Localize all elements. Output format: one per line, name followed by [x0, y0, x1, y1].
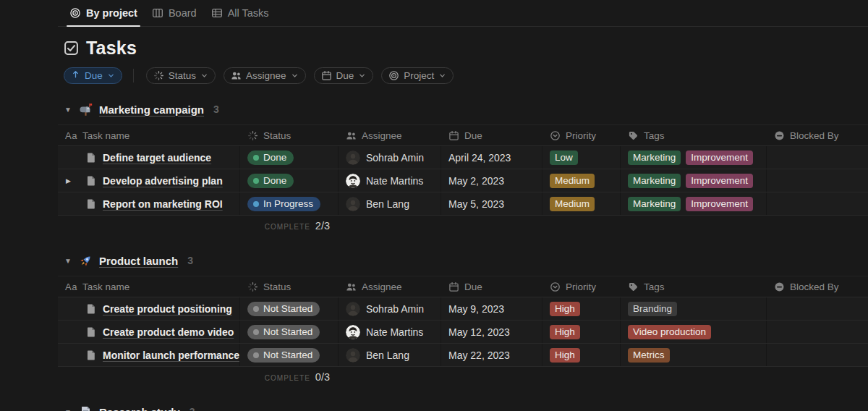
blocked-by-cell[interactable]	[767, 297, 868, 320]
column-header-assignee[interactable]: Assignee	[339, 125, 441, 145]
filter-project-button[interactable]: Project	[381, 67, 454, 84]
column-header-blocked-by[interactable]: Blocked By	[767, 276, 868, 297]
due-cell[interactable]: May 5, 2023	[441, 192, 542, 215]
column-header-task-name[interactable]: AaTask name	[58, 125, 240, 145]
tag-badge[interactable]: Marketing	[628, 151, 681, 165]
table-body: Define target audience Done Sohrab Amin …	[58, 146, 868, 216]
group-toggle-icon[interactable]: ▼	[64, 408, 72, 411]
status-badge[interactable]: Not Started	[247, 302, 320, 316]
tab-board[interactable]: Board	[146, 0, 203, 26]
page-icon	[85, 303, 97, 315]
task-title[interactable]: Monitor launch performance	[103, 349, 239, 361]
task-title[interactable]: Report on marketing ROI	[103, 198, 223, 210]
blocked-by-cell[interactable]	[767, 192, 868, 215]
assignee-name[interactable]: Ben Lang	[366, 198, 409, 210]
sort-due-button[interactable]: Due	[64, 67, 122, 84]
tag-badge[interactable]: Improvement	[686, 174, 753, 188]
due-cell[interactable]: May 12, 2023	[441, 321, 542, 343]
target-icon	[388, 70, 399, 81]
tag-badge[interactable]: Marketing	[628, 174, 681, 188]
group-title[interactable]: Product launch	[99, 255, 178, 267]
status-cell: Not Started	[240, 297, 339, 320]
status-badge[interactable]: Not Started	[247, 348, 320, 363]
filter-due-button[interactable]: Due	[314, 67, 374, 84]
column-label: Priority	[566, 130, 596, 141]
group-toggle-icon[interactable]: ▼	[64, 257, 72, 265]
tab-all-tasks[interactable]: All Tasks	[205, 0, 275, 26]
task-title[interactable]: Define target audience	[103, 152, 211, 164]
column-header-priority[interactable]: Priority	[542, 125, 621, 145]
due-cell[interactable]: May 9, 2023	[441, 297, 542, 320]
due-cell[interactable]: May 2, 2023	[441, 169, 542, 192]
tag-badge[interactable]: Video production	[628, 325, 711, 339]
group-research-study: ▼ Research study 3	[0, 402, 868, 411]
blocked-by-cell[interactable]	[767, 146, 868, 169]
group-title[interactable]: Marketing campaign	[99, 103, 204, 116]
assignee-cell: Sohrab Amin	[339, 146, 441, 169]
task-title[interactable]: Develop advertising plan	[103, 175, 223, 187]
assignee-name[interactable]: Nate Martins	[366, 326, 423, 338]
filter-assignee-button[interactable]: Assignee	[224, 67, 306, 84]
assignee-name[interactable]: Ben Lang	[366, 349, 409, 361]
expand-row-icon[interactable]: ▶	[66, 177, 71, 185]
blocked-by-cell[interactable]	[767, 321, 868, 343]
assignee-name[interactable]: Sohrab Amin	[366, 152, 424, 164]
tag-badge[interactable]: Marketing	[628, 197, 681, 211]
tab-by-project[interactable]: By project	[64, 0, 143, 26]
tags-cell: MarketingImprovement	[621, 192, 767, 215]
priority-badge[interactable]: Medium	[550, 174, 595, 188]
priority-badge[interactable]: Low	[550, 151, 578, 165]
filter-status-button[interactable]: Status	[146, 67, 216, 84]
task-title[interactable]: Create product demo video	[103, 326, 234, 338]
complete-summary[interactable]: Complete 0/3	[58, 371, 339, 383]
assignee-name[interactable]: Sohrab Amin	[366, 303, 424, 315]
page-icon	[85, 198, 97, 210]
group-count: 3	[190, 406, 195, 411]
page-icon	[85, 326, 97, 338]
page-icon	[85, 152, 97, 164]
arrow-up-icon	[71, 69, 80, 81]
priority-badge[interactable]: Medium	[550, 197, 595, 211]
blocked-by-cell[interactable]	[767, 344, 868, 366]
table-header-row: AaTask nameStatusAssigneeDuePriorityTags…	[58, 124, 868, 146]
status-cell: Not Started	[240, 321, 339, 343]
task-title[interactable]: Create product positioning	[103, 303, 232, 315]
complete-summary[interactable]: Complete 2/3	[58, 220, 339, 232]
column-header-tags[interactable]: Tags	[621, 125, 767, 145]
column-header-status[interactable]: Status	[240, 276, 339, 297]
status-dot-icon	[253, 306, 259, 312]
group-title[interactable]: Research study	[99, 406, 180, 411]
group-table: AaTask nameStatusAssigneeDuePriorityTags…	[58, 276, 868, 386]
column-label: Task name	[82, 130, 129, 141]
tag-badge[interactable]: Improvement	[686, 197, 753, 211]
tag-badge[interactable]: Metrics	[628, 348, 670, 363]
status-badge[interactable]: Done	[247, 174, 294, 188]
tag-badge[interactable]: Improvement	[686, 151, 753, 165]
blocked-by-cell[interactable]	[767, 169, 868, 192]
priority-badge[interactable]: High	[550, 325, 580, 339]
priority-cell: Medium	[542, 169, 621, 192]
priority-badge[interactable]: High	[550, 348, 580, 363]
column-header-due[interactable]: Due	[441, 276, 542, 297]
tag-badge[interactable]: Branding	[628, 302, 677, 316]
column-header-status[interactable]: Status	[240, 125, 339, 145]
tags-cell: MarketingImprovement	[621, 146, 767, 169]
column-header-tags[interactable]: Tags	[621, 276, 767, 297]
column-label: Assignee	[362, 281, 402, 292]
status-badge[interactable]: In Progress	[247, 197, 320, 211]
column-header-blocked-by[interactable]: Blocked By	[767, 125, 868, 145]
due-cell[interactable]: May 22, 2023	[441, 344, 542, 366]
priority-badge[interactable]: High	[550, 302, 580, 316]
status-badge[interactable]: Done	[247, 151, 294, 165]
column-header-due[interactable]: Due	[441, 125, 542, 145]
column-header-priority[interactable]: Priority	[542, 276, 621, 297]
column-header-assignee[interactable]: Assignee	[339, 276, 441, 297]
checkbox-icon	[64, 41, 79, 56]
group-toggle-icon[interactable]: ▼	[64, 106, 72, 114]
target-icon	[69, 7, 81, 19]
page-icon	[85, 349, 97, 361]
column-header-task-name[interactable]: AaTask name	[58, 276, 240, 297]
status-badge[interactable]: Not Started	[247, 325, 320, 339]
due-cell[interactable]: April 24, 2023	[441, 146, 542, 169]
assignee-name[interactable]: Nate Martins	[366, 175, 423, 187]
